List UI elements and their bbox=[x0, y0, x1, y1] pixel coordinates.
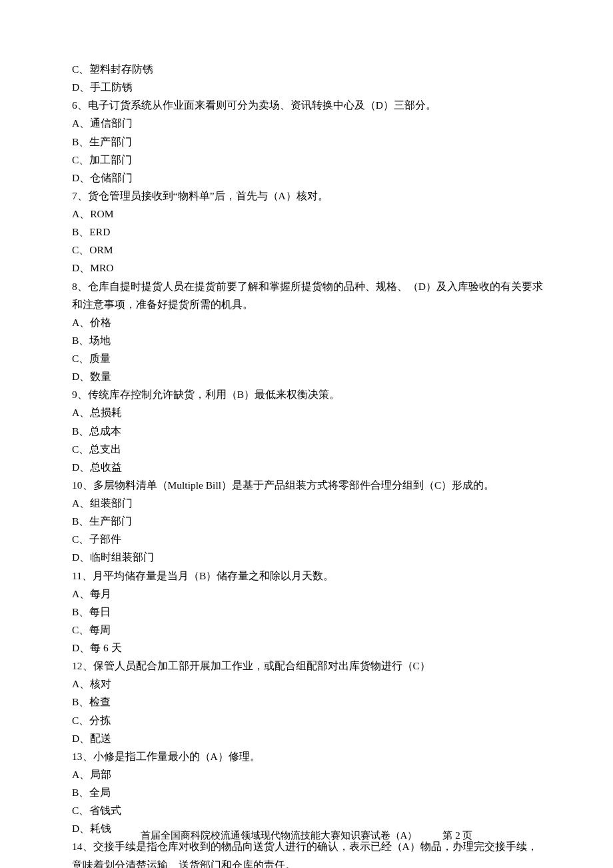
question-text: 8、仓库自提时提货人员在提货前要了解和掌握所提货物的品种、规格、（D）及入库验收… bbox=[72, 277, 546, 313]
option-text: C、分拣 bbox=[72, 711, 546, 729]
option-text: D、每 6 天 bbox=[72, 639, 546, 657]
question-text: 9、传统库存控制允许缺货，利用（B）最低来权衡决策。 bbox=[72, 385, 546, 403]
option-text: C、省钱式 bbox=[72, 801, 546, 819]
question-text: 11、月平均储存量是当月（B）储存量之和除以月天数。 bbox=[72, 567, 546, 585]
option-text: D、数量 bbox=[72, 367, 546, 385]
option-text: A、价格 bbox=[72, 313, 546, 331]
option-text: C、总支出 bbox=[72, 440, 546, 458]
option-text: B、生产部门 bbox=[72, 133, 546, 151]
option-text: D、仓储部门 bbox=[72, 169, 546, 187]
option-text: D、MRO bbox=[72, 259, 546, 277]
option-text: A、组装部门 bbox=[72, 494, 546, 512]
option-text: A、ROM bbox=[72, 205, 546, 223]
option-text: C、每周 bbox=[72, 621, 546, 639]
footer-title: 首届全国商科院校流通领域现代物流技能大赛知识赛试卷（A） bbox=[141, 830, 418, 841]
option-text: B、ERD bbox=[72, 223, 546, 241]
footer-page-number: 第 2 页 bbox=[442, 830, 472, 841]
option-text: D、临时组装部门 bbox=[72, 548, 546, 566]
question-text: 12、保管人员配合加工部开展加工作业，或配合组配部对出库货物进行（C） bbox=[72, 657, 546, 675]
option-text: C、ORM bbox=[72, 241, 546, 259]
option-text: A、总损耗 bbox=[72, 403, 546, 421]
option-text: B、全局 bbox=[72, 783, 546, 801]
page-content: C、塑料封存防锈 D、手工防锈 6、电子订货系统从作业面来看则可分为卖场、资讯转… bbox=[0, 0, 613, 868]
question-text: 7、货仓管理员接收到“物料单”后，首先与（A）核对。 bbox=[72, 187, 546, 205]
option-text: B、总成本 bbox=[72, 422, 546, 440]
question-text: 10、多层物料清单（Multiple Bill）是基于产品组装方式将零部件合理分… bbox=[72, 476, 546, 494]
option-text: C、加工部门 bbox=[72, 151, 546, 169]
option-text: D、配送 bbox=[72, 729, 546, 747]
option-text: B、生产部门 bbox=[72, 512, 546, 530]
option-text: C、子部件 bbox=[72, 530, 546, 548]
option-text: B、每日 bbox=[72, 603, 546, 621]
option-text: B、场地 bbox=[72, 331, 546, 349]
option-text: A、每月 bbox=[72, 585, 546, 603]
option-text: C、塑料封存防锈 bbox=[72, 60, 546, 78]
option-text: D、手工防锈 bbox=[72, 78, 546, 96]
question-text: 13、小修是指工作量最小的（A）修理。 bbox=[72, 747, 546, 765]
option-text: A、核对 bbox=[72, 675, 546, 693]
option-text: B、检查 bbox=[72, 693, 546, 711]
question-text: 6、电子订货系统从作业面来看则可分为卖场、资讯转换中心及（D）三部分。 bbox=[72, 96, 546, 114]
option-text: A、通信部门 bbox=[72, 114, 546, 132]
option-text: D、总收益 bbox=[72, 458, 546, 476]
option-text: A、局部 bbox=[72, 765, 546, 783]
page-footer: 首届全国商科院校流通领域现代物流技能大赛知识赛试卷（A）第 2 页 bbox=[0, 827, 613, 844]
option-text: C、质量 bbox=[72, 349, 546, 367]
